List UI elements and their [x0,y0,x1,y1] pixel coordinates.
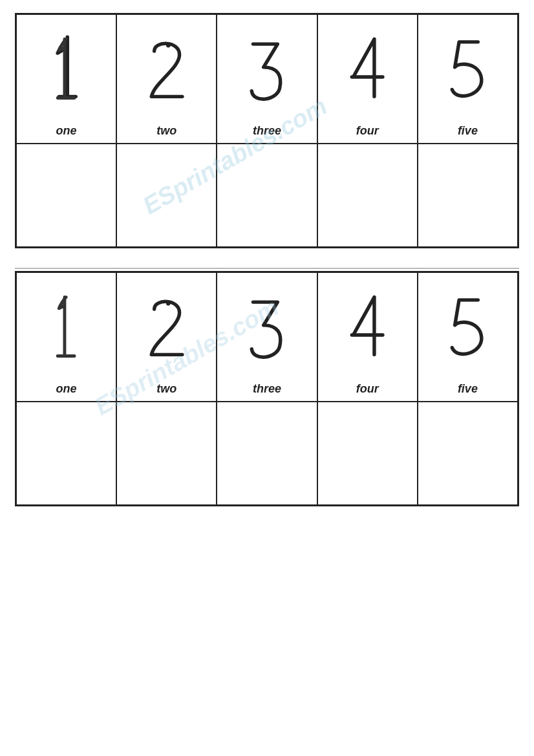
cell-2-2: two [116,272,217,402]
empty-cell-1-5 [418,144,518,247]
cell-2-5: five [418,272,518,402]
empty-cell-2-5 [418,402,518,505]
empty-cell-2-4 [317,402,418,505]
empty-cell-1-2 [116,144,217,247]
cell-2-1: one [16,272,116,402]
cell-1-3: three [217,14,317,144]
label-2-1: one [56,382,77,396]
worksheet-1: one two three [15,13,519,248]
number-image-2 [117,15,216,122]
label-1-2: two [156,124,176,138]
number-image-3 [217,15,316,122]
worksheet-2: one two three [15,271,519,506]
empty-cell-1-1 [16,144,116,247]
label-1-5: five [458,124,478,138]
label-1-1: one [56,124,77,138]
label-2-2: two [156,382,176,396]
number-image-2-5 [418,273,517,380]
number-image-1 [17,15,116,122]
number-image-4 [318,15,417,122]
svg-point-1 [166,301,171,306]
number-image-5 [418,15,517,122]
cell-1-4: four [317,14,418,144]
cell-1-1: one [16,14,116,144]
empty-cell-2-2 [116,402,217,505]
cell-2-4: four [317,272,418,402]
svg-point-0 [166,43,171,48]
label-1-4: four [356,124,379,138]
label-2-3: three [253,382,281,396]
cell-1-5: five [418,14,518,144]
number-image-2-4 [318,273,417,380]
top-grid-1: one two three [15,13,519,248]
empty-cell-1-3 [217,144,317,247]
label-2-5: five [458,382,478,396]
empty-cell-1-4 [317,144,418,247]
number-image-2-2 [117,273,216,380]
empty-cell-2-3 [217,402,317,505]
label-2-4: four [356,382,379,396]
number-image-2-1 [17,273,116,380]
number-image-2-3 [217,273,316,380]
top-grid-2: one two three [15,271,519,506]
empty-cell-2-1 [16,402,116,505]
cell-2-3: three [217,272,317,402]
cell-1-2: two [116,14,217,144]
label-1-3: three [253,124,281,138]
divider [15,268,519,269]
